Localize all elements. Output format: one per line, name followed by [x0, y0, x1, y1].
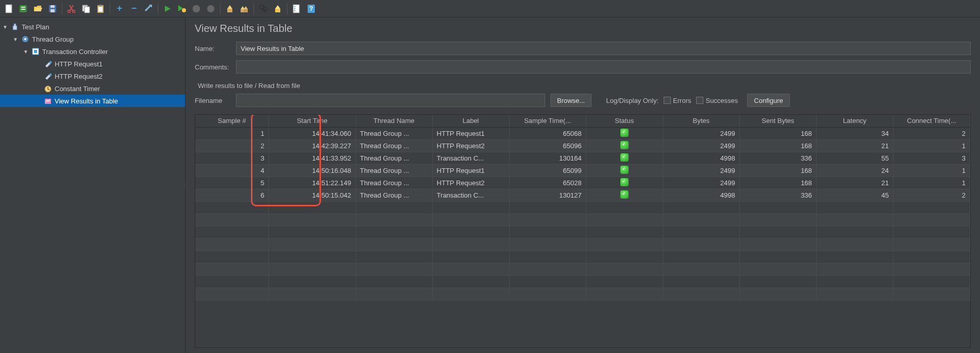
- chevron-down-icon[interactable]: ▼: [2, 24, 8, 30]
- paste-icon[interactable]: [94, 3, 107, 15]
- table-cell: [586, 164, 663, 177]
- table-cell: [586, 177, 663, 189]
- tree-node-http-request1[interactable]: HTTP Request1: [0, 58, 185, 70]
- svg-point-8: [73, 10, 75, 12]
- results-table[interactable]: Sample #Start TimeThread NameLabelSample…: [195, 115, 970, 301]
- table-cell: Transaction C...: [432, 152, 509, 164]
- tree-label: Test Plan: [22, 23, 49, 31]
- table-row[interactable]: 314:41:33.952Thread Group ...Transaction…: [195, 152, 970, 164]
- toolbar-separator: [158, 3, 158, 14]
- table-row[interactable]: 514:51:22.149Thread Group ...HTTP Reques…: [195, 177, 970, 189]
- test-plan-tree[interactable]: ▼ Test Plan ▼ Thread Group ▼ Transaction…: [0, 17, 185, 353]
- column-header[interactable]: Status: [586, 115, 663, 127]
- column-header[interactable]: Start Time: [269, 115, 356, 127]
- toggle-icon[interactable]: [142, 3, 155, 15]
- configure-button[interactable]: Configure: [747, 94, 789, 107]
- tree-node-transaction-controller[interactable]: ▼ Transaction Controller: [0, 45, 185, 58]
- column-header[interactable]: Connect Time(...: [893, 115, 970, 127]
- function-helper-icon[interactable]: [272, 3, 284, 15]
- table-cell: Thread Group ...: [356, 127, 432, 139]
- table-row[interactable]: 114:41:34.060Thread Group ...HTTP Reques…: [195, 127, 970, 139]
- tree-label: Transaction Controller: [42, 48, 108, 56]
- search-icon[interactable]: [257, 3, 269, 15]
- toolbar: + − ?: [0, 0, 980, 17]
- comments-input[interactable]: [236, 60, 971, 74]
- table-cell: 1: [195, 127, 269, 139]
- thread-group-icon: [21, 34, 30, 44]
- table-cell: 14:50:15.042: [269, 189, 356, 201]
- copy-icon[interactable]: [80, 3, 92, 15]
- table-cell: 45: [816, 189, 893, 201]
- successes-checkbox[interactable]: Successes: [696, 97, 738, 104]
- tree-node-view-results-in-table[interactable]: View Results in Table: [0, 95, 185, 107]
- svg-rect-5: [50, 5, 55, 8]
- svg-rect-12: [98, 7, 103, 12]
- table-cell: [586, 152, 663, 164]
- toolbar-separator: [287, 3, 288, 14]
- start-icon[interactable]: [161, 3, 174, 15]
- tree-node-thread-group[interactable]: ▼ Thread Group: [0, 33, 185, 45]
- toolbar-separator: [254, 3, 254, 14]
- table-cell: Transaction C...: [432, 189, 509, 201]
- chevron-down-icon[interactable]: ▼: [12, 37, 19, 42]
- name-input[interactable]: [236, 42, 971, 55]
- save-icon[interactable]: [46, 3, 59, 15]
- templates-icon[interactable]: [18, 3, 30, 15]
- column-header[interactable]: Latency: [816, 115, 893, 127]
- table-cell: HTTP Request2: [432, 139, 509, 152]
- file-section-label: Write results to file / Read from file: [198, 82, 971, 90]
- svg-rect-24: [294, 8, 295, 9]
- options-icon[interactable]: [291, 3, 303, 15]
- table-cell: 130127: [509, 189, 586, 201]
- clear-all-icon[interactable]: [238, 3, 250, 15]
- help-icon[interactable]: ?: [305, 3, 317, 15]
- stop-icon[interactable]: [190, 3, 202, 15]
- filename-input[interactable]: [236, 94, 545, 107]
- clear-icon[interactable]: [224, 3, 236, 15]
- column-header[interactable]: Sent Bytes: [739, 115, 816, 127]
- content-panel: View Results in Table Name: Comments: Wr…: [185, 17, 980, 353]
- page-title: View Results in Table: [195, 23, 971, 34]
- tree-label: HTTP Request1: [55, 60, 103, 68]
- column-header[interactable]: Bytes: [663, 115, 739, 127]
- table-row[interactable]: 614:50:15.042Thread Group ...Transaction…: [195, 189, 970, 201]
- shutdown-icon[interactable]: [205, 3, 217, 15]
- start-no-pause-icon[interactable]: [176, 3, 188, 15]
- table-cell: 168: [739, 127, 816, 139]
- table-cell: Thread Group ...: [356, 189, 432, 201]
- splitter-handle[interactable]: ⋮: [182, 183, 187, 188]
- table-cell: 21: [816, 177, 893, 189]
- column-header[interactable]: Label: [432, 115, 509, 127]
- svg-rect-16: [227, 9, 232, 12]
- svg-rect-25: [294, 10, 295, 11]
- open-icon[interactable]: [32, 3, 44, 15]
- table-cell: 14:51:22.149: [269, 177, 356, 189]
- collapse-icon[interactable]: −: [128, 3, 140, 15]
- expand-icon[interactable]: +: [113, 3, 126, 15]
- cut-icon[interactable]: [65, 3, 78, 15]
- table-cell: 65068: [509, 127, 586, 139]
- table-cell: 2499: [663, 177, 739, 189]
- column-header[interactable]: Sample Time(...: [509, 115, 586, 127]
- table-cell: 2499: [663, 164, 739, 177]
- table-cell: 6: [195, 189, 269, 201]
- table-cell: 336: [739, 189, 816, 201]
- table-row[interactable]: 414:50:16.048Thread Group ...HTTP Reques…: [195, 164, 970, 177]
- table-cell: 1: [893, 177, 970, 189]
- browse-button[interactable]: Browse...: [550, 94, 592, 107]
- table-cell: 21: [816, 139, 893, 152]
- table-row[interactable]: 214:42:39.227Thread Group ...HTTP Reques…: [195, 139, 970, 152]
- table-cell: 55: [816, 152, 893, 164]
- table-cell: Thread Group ...: [356, 164, 432, 177]
- tree-node-constant-timer[interactable]: Constant Timer: [0, 82, 185, 95]
- status-ok-icon: [620, 153, 629, 162]
- tree-node-http-request2[interactable]: HTTP Request2: [0, 70, 185, 82]
- tree-node-test-plan[interactable]: ▼ Test Plan: [0, 21, 185, 33]
- column-header[interactable]: Sample #: [195, 115, 269, 127]
- tree-label: Thread Group: [32, 36, 74, 43]
- errors-checkbox[interactable]: Errors: [664, 97, 691, 104]
- new-icon[interactable]: [3, 3, 15, 15]
- chevron-down-icon[interactable]: ▼: [23, 49, 29, 55]
- column-header[interactable]: Thread Name: [356, 115, 432, 127]
- table-cell: HTTP Request2: [432, 177, 509, 189]
